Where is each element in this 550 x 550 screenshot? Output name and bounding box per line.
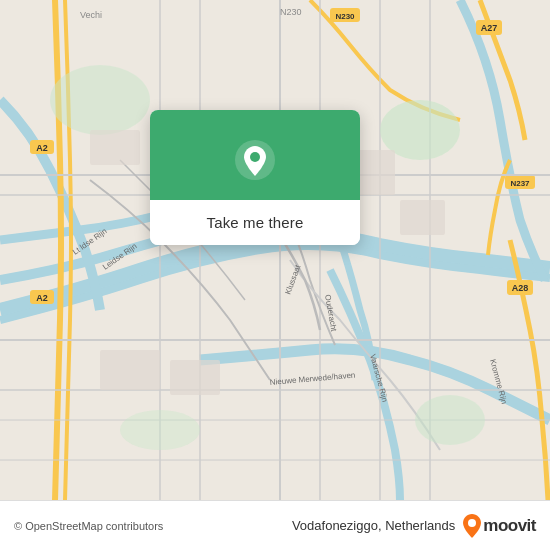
svg-point-35	[120, 410, 200, 450]
map-container: A2 A2 A27 A28 N230 N237	[0, 0, 550, 500]
svg-rect-39	[400, 200, 445, 235]
svg-point-33	[50, 65, 150, 135]
map-attribution: © OpenStreetMap contributors	[14, 520, 163, 532]
provider-info: Vodafoneziggo, Netherlands moovit	[292, 513, 536, 539]
bottom-bar: © OpenStreetMap contributors Vodafonezig…	[0, 500, 550, 550]
svg-text:A27: A27	[481, 23, 498, 33]
svg-rect-37	[170, 360, 220, 395]
svg-text:Vechi: Vechi	[80, 10, 102, 20]
svg-text:N230: N230	[280, 7, 302, 17]
svg-rect-36	[100, 350, 160, 390]
moovit-pin-icon	[461, 513, 483, 539]
svg-rect-40	[90, 130, 140, 165]
moovit-logo: moovit	[461, 513, 536, 539]
provider-name: Vodafoneziggo, Netherlands	[292, 518, 455, 533]
location-card: Take me there	[150, 110, 360, 245]
card-header	[150, 110, 360, 200]
svg-point-34	[415, 395, 485, 445]
map-background: A2 A2 A27 A28 N230 N237	[0, 0, 550, 500]
svg-point-46	[468, 519, 476, 527]
svg-text:N237: N237	[510, 179, 530, 188]
moovit-text: moovit	[483, 516, 536, 536]
svg-text:A2: A2	[36, 143, 48, 153]
svg-text:A2: A2	[36, 293, 48, 303]
svg-text:N230: N230	[335, 12, 355, 21]
take-me-there-button[interactable]: Take me there	[150, 200, 360, 245]
svg-text:A28: A28	[512, 283, 529, 293]
pin-icon	[233, 138, 277, 182]
svg-point-45	[250, 152, 260, 162]
